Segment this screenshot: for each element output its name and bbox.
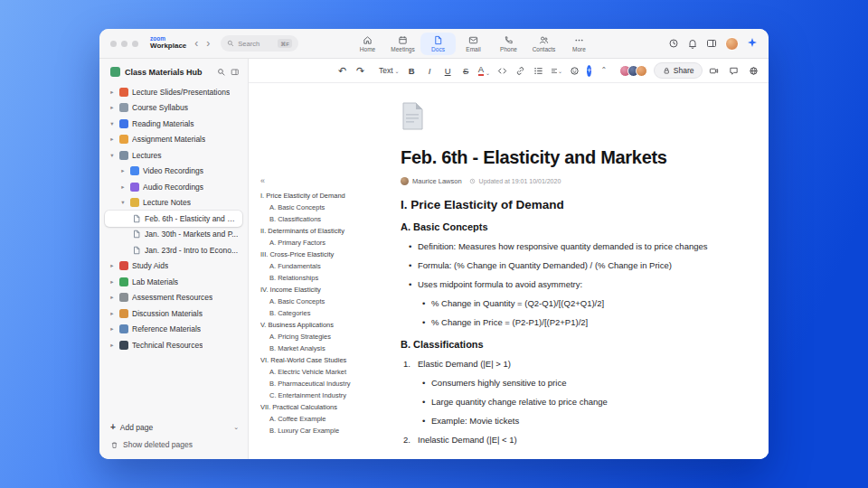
globe-icon[interactable] [749,66,759,76]
add-page-chevron-icon[interactable]: ⌄ [233,424,239,431]
sidebar-item-lab-materials[interactable]: ▸ Lab Materials [105,274,242,290]
expand-chevron-icon[interactable]: ▸ [108,310,116,317]
outline-item[interactable]: A. Coffee Example [260,413,396,425]
outline-item[interactable]: IV. Income Elasticity [260,284,396,296]
doc-bullet[interactable]: % Change in Price = (P2-P1)/[(P2+P1)/2] [401,317,726,328]
sidebar-item-lectures[interactable]: ▾ Lectures [105,147,242,164]
expand-chevron-icon[interactable]: ▸ [119,167,127,174]
outline-item[interactable]: A. Fundamentals [260,260,396,272]
bullet-list-icon[interactable] [533,63,544,78]
close-window-button[interactable] [110,41,117,47]
sidebar-item-assignment-materials[interactable]: ▸ Assignment Materials [105,132,242,148]
tab-phone[interactable]: Phone [491,33,526,56]
outline-item[interactable]: V. Business Applications [260,319,396,331]
expand-chevron-icon[interactable]: ▸ [108,104,116,111]
outline-item[interactable]: VI. Real-World Case Studies [260,354,396,366]
back-button[interactable]: ‹ [194,38,198,49]
doc-bullet[interactable]: Formula: (% Change in Quantity Demanded)… [401,260,726,271]
sidebar-item-audio-recordings[interactable]: ▸ Audio Recordings [105,179,242,195]
sidebar-item-jan-30th[interactable]: Jan. 30th - Markets and P... [105,227,242,243]
code-icon[interactable] [496,63,508,78]
tab-contacts[interactable]: Contacts [526,33,561,56]
emoji-icon[interactable] [569,63,580,78]
doc-bullet[interactable]: % Change in Quantity = (Q2-Q1)/[(Q2+Q1)/… [401,298,726,309]
forward-button[interactable]: › [206,38,210,49]
doc-subheading[interactable]: B. Classifications [401,339,726,351]
outline-item[interactable]: I. Price Elasticity of Demand [260,190,396,202]
insert-block-button[interactable]: + [587,65,591,77]
strikethrough-button[interactable]: S [460,63,472,78]
sidebar-item-study-aids[interactable]: ▸ Study Aids [105,258,242,275]
fullscreen-window-button[interactable] [132,41,138,47]
sidebar-item-reference-materials[interactable]: ▸ Reference Materials [105,322,242,338]
tab-meetings[interactable]: Meetings [385,33,420,56]
show-deleted-pages-button[interactable]: Show deleted pages [110,440,239,449]
outline-item[interactable]: II. Determinants of Elasticity [260,225,396,237]
video-camera-icon[interactable] [709,66,719,76]
share-button[interactable]: Share [654,62,703,79]
outline-item[interactable]: B. Market Analysis [260,343,396,354]
doc-numbered-item[interactable]: 2. Inelastic Demand (|E| < 1) [401,435,726,446]
tab-docs[interactable]: Docs [420,33,456,56]
link-icon[interactable] [514,63,526,78]
tab-email[interactable]: Email [456,33,491,56]
redo-icon[interactable]: ↷ [354,63,366,78]
outline-item[interactable]: A. Primary Factors [260,237,396,249]
global-search[interactable]: ⌘F [221,35,298,52]
expand-chevron-icon[interactable]: ▸ [108,89,116,96]
sidebar-item-reading-materials[interactable]: ▾ Reading Materials [105,116,242,132]
outline-item[interactable]: B. Classifications [260,213,396,225]
side-panel-icon[interactable] [706,38,717,49]
sidebar-item-lecture-notes[interactable]: ▾ Lecture Notes [105,195,242,211]
outline-item[interactable]: A. Basic Concepts [260,202,396,213]
doc-bullet[interactable]: Example: Movie tickets [401,416,726,427]
doc-numbered-item[interactable]: 1. Elastic Demand (|E| > 1) [401,359,726,370]
outline-item[interactable]: B. Pharmaceutical Industry [260,378,396,389]
doc-subheading[interactable]: A. Basic Concepts [401,221,726,233]
outline-item[interactable]: B. Luxury Car Example [260,425,396,436]
collaborator-avatars[interactable] [619,65,647,77]
collapse-outline-icon[interactable]: « [260,177,396,185]
doc-bullet[interactable]: Uses midpoint formula to avoid asymmetry… [401,279,726,290]
sidebar-item-video-recordings[interactable]: ▸ Video Recordings [105,164,242,180]
document-body[interactable]: Feb. 6th - Elasticity and Markets Mauric… [401,83,726,446]
expand-chevron-icon[interactable]: ▸ [108,294,116,301]
expand-chevron-icon[interactable]: ▾ [108,152,116,159]
sidebar-item-course-syllabus[interactable]: ▸ Course Syllabus [105,100,242,117]
sidebar-item-technical-resources[interactable]: ▸ Technical Resources [105,337,242,353]
expand-chevron-icon[interactable]: ▾ [119,199,127,206]
doc-bullet[interactable]: Consumers highly sensitive to price [401,378,726,389]
doc-heading[interactable]: I. Price Elasticity of Demand [401,198,726,212]
search-input[interactable] [238,40,274,48]
document-title[interactable]: Feb. 6th - Elasticity and Markets [401,146,726,168]
expand-chevron-icon[interactable]: ▸ [108,342,116,349]
collapse-sidebar-icon[interactable] [231,68,240,77]
outline-item[interactable]: III. Cross-Price Elasticity [260,249,396,260]
outline-item[interactable]: A. Pricing Strategies [260,331,396,343]
expand-chevron-icon[interactable]: ▸ [108,325,116,333]
italic-button[interactable]: I [424,63,436,78]
undo-icon[interactable]: ↶ [336,63,348,78]
outline-item[interactable]: VII. Practical Calculations [260,401,396,413]
outline-item[interactable]: B. Relationships [260,272,396,284]
outline-item[interactable]: A. Electric Vehicle Market [260,366,396,378]
notifications-bell-icon[interactable] [687,38,698,49]
user-avatar[interactable] [725,37,739,51]
collapse-toolbar-icon[interactable]: ⌃ [598,63,609,78]
expand-chevron-icon[interactable]: ▸ [108,278,116,286]
expand-chevron-icon[interactable]: ▸ [108,262,116,269]
ai-companion-icon[interactable] [747,35,758,52]
sidebar-item-jan-23rd[interactable]: Jan. 23rd - Intro to Econo... [105,242,242,258]
comment-icon[interactable] [729,66,739,76]
outline-item[interactable]: C. Entertainment Industry [260,389,396,401]
sidebar-item-discussion-materials[interactable]: ▸ Discussion Materials [105,305,242,322]
align-dropdown[interactable]: ⌄ [551,63,562,78]
history-icon[interactable] [668,38,679,49]
sidebar-search-icon[interactable] [217,68,226,77]
tab-more[interactable]: More [561,33,597,56]
doc-bullet[interactable]: Large quantity change relative to price … [401,397,726,408]
underline-button[interactable]: U [442,63,454,78]
outline-item[interactable]: B. Categories [260,307,396,319]
expand-chevron-icon[interactable]: ▸ [119,183,127,191]
text-color-button[interactable]: A ⌄ [478,65,490,76]
